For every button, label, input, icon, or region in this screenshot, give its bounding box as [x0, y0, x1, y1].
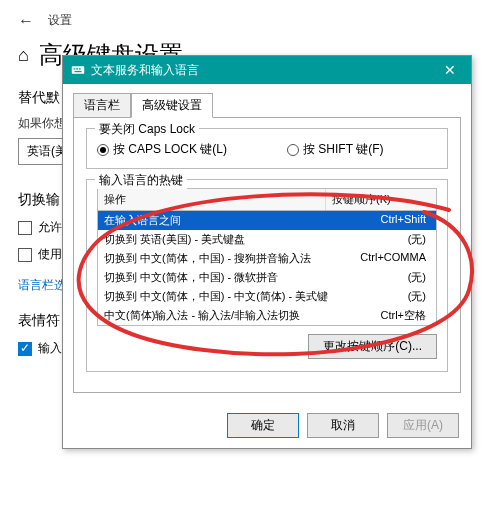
- topbar-label: 设置: [48, 12, 72, 29]
- hotkey-row[interactable]: 切换到 中文(简体，中国) - 微软拼音(无): [98, 268, 436, 287]
- svg-rect-3: [74, 68, 76, 69]
- change-sequence-button[interactable]: 更改按键顺序(C)...: [308, 334, 437, 359]
- svg-rect-2: [72, 67, 84, 74]
- dialog-titlebar[interactable]: 文本服务和输入语言 ✕: [63, 56, 471, 84]
- hotkey-action: 中文(简体)输入法 - 输入法/非输入法切换: [104, 308, 328, 323]
- checkbox-icon[interactable]: [18, 221, 32, 235]
- capslock-radio-caps[interactable]: 按 CAPS LOCK 键(L): [97, 141, 227, 158]
- keyboard-icon: [71, 63, 85, 77]
- text-services-dialog: 文本服务和输入语言 ✕ 语言栏 高级键设置 要关闭 Caps Lock 按 CA…: [62, 55, 472, 449]
- hotkey-row[interactable]: 切换到 中文(简体，中国) - 中文(简体) - 美式键盘(无): [98, 287, 436, 306]
- hotkey-action: 在输入语言之间: [104, 213, 328, 228]
- capslock-radio-shift[interactable]: 按 SHIFT 键(F): [287, 141, 383, 158]
- radio-icon: [287, 144, 299, 156]
- radio-label: 按 SHIFT 键(F): [303, 141, 383, 158]
- col-key[interactable]: 按键顺序(K): [326, 189, 436, 210]
- hotkey-action: 切换到 中文(简体，中国) - 中文(简体) - 美式键盘: [104, 289, 328, 304]
- hotkey-row[interactable]: 中文(简体)输入法 - 输入法/非输入法切换Ctrl+空格: [98, 306, 436, 325]
- hotkeys-legend: 输入语言的热键: [95, 172, 187, 189]
- hotkey-row[interactable]: 切换到 中文(简体，中国) - 搜狗拼音输入法Ctrl+COMMA: [98, 249, 436, 268]
- cancel-button[interactable]: 取消: [307, 413, 379, 438]
- hotkey-key: Ctrl+COMMA: [328, 251, 430, 266]
- hotkey-key: (无): [328, 289, 430, 304]
- checkbox-icon[interactable]: [18, 248, 32, 262]
- svg-rect-5: [79, 68, 81, 69]
- hotkey-action: 切换到 英语(美国) - 美式键盘: [104, 232, 328, 247]
- capslock-legend: 要关闭 Caps Lock: [95, 121, 199, 138]
- dialog-tabs: 语言栏 高级键设置: [73, 92, 461, 117]
- hotkey-key: Ctrl+空格: [328, 308, 430, 323]
- checkbox-icon[interactable]: [18, 342, 32, 356]
- hotkey-list[interactable]: 在输入语言之间Ctrl+Shift切换到 英语(美国) - 美式键盘(无)切换到…: [97, 210, 437, 326]
- dialog-title: 文本服务和输入语言: [91, 62, 199, 79]
- input-label: 输入: [38, 340, 62, 357]
- use-label: 使用: [38, 246, 62, 263]
- back-icon[interactable]: ←: [18, 13, 34, 29]
- hotkey-list-header: 操作 按键顺序(K): [97, 188, 437, 210]
- hotkey-action: 切换到 中文(简体，中国) - 搜狗拼音输入法: [104, 251, 328, 266]
- svg-rect-6: [75, 71, 82, 72]
- hotkey-action: 切换到 中文(简体，中国) - 微软拼音: [104, 270, 328, 285]
- home-icon[interactable]: ⌂: [18, 45, 29, 66]
- radio-icon: [97, 144, 109, 156]
- hotkey-row[interactable]: 切换到 英语(美国) - 美式键盘(无): [98, 230, 436, 249]
- hotkey-key: (无): [328, 270, 430, 285]
- dialog-footer: 确定 取消 应用(A): [63, 403, 471, 448]
- svg-rect-4: [76, 68, 78, 69]
- apply-button[interactable]: 应用(A): [387, 413, 459, 438]
- hotkey-key: (无): [328, 232, 430, 247]
- radio-label: 按 CAPS LOCK 键(L): [113, 141, 227, 158]
- ok-button[interactable]: 确定: [227, 413, 299, 438]
- hotkey-key: Ctrl+Shift: [328, 213, 430, 228]
- tab-advanced-keys[interactable]: 高级键设置: [131, 93, 213, 118]
- close-button[interactable]: ✕: [435, 62, 465, 78]
- hotkeys-group: 输入语言的热键 操作 按键顺序(K) 在输入语言之间Ctrl+Shift切换到 …: [86, 179, 448, 372]
- tabpane-advanced: 要关闭 Caps Lock 按 CAPS LOCK 键(L) 按 SHIFT 键…: [73, 117, 461, 393]
- tab-language-bar[interactable]: 语言栏: [73, 93, 131, 118]
- settings-topbar: ← 设置: [18, 12, 482, 29]
- hotkey-row[interactable]: 在输入语言之间Ctrl+Shift: [98, 211, 436, 230]
- col-action[interactable]: 操作: [98, 189, 326, 210]
- close-icon: ✕: [444, 62, 456, 78]
- capslock-group: 要关闭 Caps Lock 按 CAPS LOCK 键(L) 按 SHIFT 键…: [86, 128, 448, 169]
- allow-label: 允许: [38, 219, 62, 236]
